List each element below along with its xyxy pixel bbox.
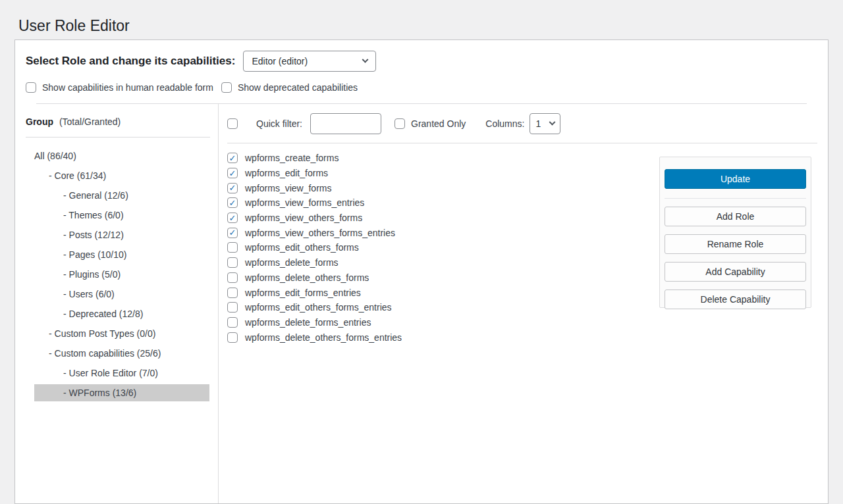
capability-row: wpforms_edit_forms_entries xyxy=(227,285,659,300)
capability-checkbox[interactable] xyxy=(227,153,238,163)
filter-bar: Quick filter: Granted Only Columns: 1 xyxy=(227,104,817,143)
capability-label[interactable]: wpforms_edit_others_forms xyxy=(245,242,359,253)
capabilities-list: wpforms_create_formswpforms_edit_formswp… xyxy=(219,143,659,503)
quick-filter-input[interactable] xyxy=(310,113,381,134)
capability-label[interactable]: wpforms_edit_forms_entries xyxy=(245,288,361,298)
add-capability-button[interactable]: Add Capability xyxy=(665,262,806,282)
group-tree-item[interactable]: - Plugins (5/0) xyxy=(15,265,218,284)
group-tree-item[interactable]: - Deprecated (12/8) xyxy=(15,304,218,324)
show-deprecated-label[interactable]: Show deprecated capabilities xyxy=(238,82,358,93)
capability-label[interactable]: wpforms_view_others_forms_entries xyxy=(245,228,395,238)
capability-row: wpforms_create_forms xyxy=(227,151,659,166)
columns-select[interactable]: 1 xyxy=(530,113,560,134)
capability-checkbox[interactable] xyxy=(227,257,238,268)
granted-only-label[interactable]: Granted Only xyxy=(411,118,466,129)
show-deprecated-checkbox[interactable] xyxy=(221,82,232,93)
group-panel-header: Group (Total/Granted) xyxy=(26,104,210,138)
capability-row: wpforms_delete_others_forms xyxy=(227,270,659,286)
capability-row: wpforms_delete_forms xyxy=(227,255,659,270)
group-header-label: Group xyxy=(26,116,53,127)
capability-checkbox[interactable] xyxy=(227,213,238,223)
capability-checkbox[interactable] xyxy=(227,332,238,343)
capability-checkbox[interactable] xyxy=(227,288,238,298)
capability-label[interactable]: wpforms_view_others_forms xyxy=(245,213,362,223)
human-readable-label[interactable]: Show capabilities in human readable form xyxy=(42,82,213,93)
capability-checkbox[interactable] xyxy=(227,197,238,208)
capability-label[interactable]: wpforms_create_forms xyxy=(245,153,339,163)
capability-checkbox[interactable] xyxy=(227,272,238,283)
group-tree-item[interactable]: - WPForms (13/6) xyxy=(34,384,209,401)
page-title: User Role Editor xyxy=(18,16,843,36)
capability-checkbox[interactable] xyxy=(227,242,238,253)
group-tree-item[interactable]: - Pages (10/10) xyxy=(15,245,218,265)
role-select[interactable]: Editor (editor) xyxy=(243,51,376,72)
capability-row: wpforms_edit_others_forms_entries xyxy=(227,300,659,315)
chevron-down-icon xyxy=(362,56,369,63)
columns-label: Columns: xyxy=(485,118,524,129)
capability-label[interactable]: wpforms_edit_forms xyxy=(245,168,328,178)
capability-row: wpforms_view_forms_entries xyxy=(227,195,659,211)
secondary-buttons: Add RoleRename RoleAdd CapabilityDelete … xyxy=(665,207,806,309)
update-button[interactable]: Update xyxy=(665,169,806,189)
capability-label[interactable]: wpforms_delete_others_forms_entries xyxy=(245,332,402,343)
granted-only-checkbox[interactable] xyxy=(394,118,405,129)
select-all-checkbox[interactable] xyxy=(227,118,238,129)
capability-row: wpforms_edit_forms xyxy=(227,166,659,181)
group-tree-item[interactable]: - General (12/6) xyxy=(15,186,218,205)
capability-checkbox[interactable] xyxy=(227,317,238,328)
group-panel: Group (Total/Granted) All (86/40)- Core … xyxy=(15,104,219,503)
quick-filter-label: Quick filter: xyxy=(256,118,302,129)
capability-checkbox[interactable] xyxy=(227,183,238,193)
capability-label[interactable]: wpforms_edit_others_forms_entries xyxy=(245,302,392,313)
panel-divider xyxy=(665,198,806,199)
capability-label[interactable]: wpforms_view_forms xyxy=(245,183,331,193)
capability-checkbox[interactable] xyxy=(227,168,238,178)
capability-row: wpforms_view_others_forms xyxy=(227,211,659,226)
rename-role-button[interactable]: Rename Role xyxy=(665,234,806,254)
capability-row: wpforms_view_forms xyxy=(227,180,659,195)
capability-row: wpforms_edit_others_forms xyxy=(227,240,659,255)
capability-row: wpforms_delete_others_forms_entries xyxy=(227,330,659,345)
actions-panel: Update Add RoleRename RoleAdd Capability… xyxy=(659,157,811,308)
human-readable-checkbox[interactable] xyxy=(26,82,36,93)
role-select-section: Select Role and change its capabilities:… xyxy=(15,40,828,104)
capability-label[interactable]: wpforms_delete_others_forms xyxy=(245,272,369,283)
group-header-sub: (Total/Granted) xyxy=(59,116,121,127)
capability-row: wpforms_view_others_forms_entries xyxy=(227,225,659,240)
capability-row: wpforms_delete_forms_entries xyxy=(227,315,659,330)
delete-capability-button[interactable]: Delete Capability xyxy=(665,290,806,309)
capability-label[interactable]: wpforms_delete_forms_entries xyxy=(245,317,371,328)
group-tree-item[interactable]: - Users (6/0) xyxy=(15,284,218,304)
group-tree-item[interactable]: - Custom Post Types (0/0) xyxy=(15,324,218,343)
role-editor-panel: Select Role and change its capabilities:… xyxy=(14,39,829,504)
columns-select-value: 1 xyxy=(535,118,541,129)
select-role-label: Select Role and change its capabilities: xyxy=(26,55,235,68)
group-tree-item[interactable]: - User Role Editor (7/0) xyxy=(15,363,218,383)
capability-checkbox[interactable] xyxy=(227,228,238,238)
group-tree-item[interactable]: - Core (61/34) xyxy=(15,166,218,186)
capability-checkbox[interactable] xyxy=(227,302,238,313)
group-tree-item[interactable]: - Themes (6/0) xyxy=(15,205,218,225)
capability-label[interactable]: wpforms_delete_forms xyxy=(245,257,339,268)
role-select-value: Editor (editor) xyxy=(252,56,308,66)
chevron-down-icon xyxy=(549,118,556,125)
group-tree-item[interactable]: - Posts (12/12) xyxy=(15,225,218,245)
group-tree-item[interactable]: All (86/40) xyxy=(15,146,218,166)
group-tree: All (86/40)- Core (61/34)- General (12/6… xyxy=(15,138,218,403)
add-role-button[interactable]: Add Role xyxy=(665,207,806,226)
group-tree-item[interactable]: - Custom capabilities (25/6) xyxy=(15,343,218,363)
capability-label[interactable]: wpforms_view_forms_entries xyxy=(245,197,364,208)
